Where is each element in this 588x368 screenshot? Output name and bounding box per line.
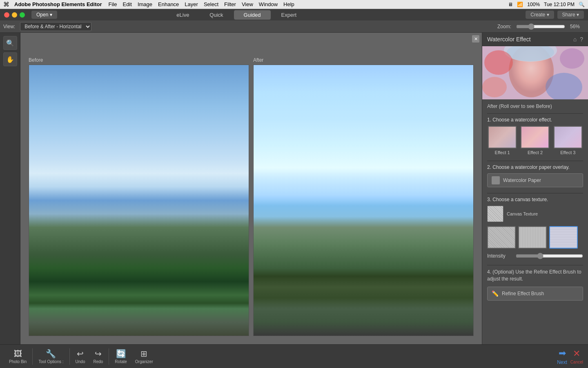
intensity-slider[interactable]: [516, 253, 583, 259]
redo-label: Redo: [93, 359, 103, 364]
zoom-slider[interactable]: [516, 23, 565, 30]
panel-help-button[interactable]: ?: [580, 36, 583, 43]
step2-label: 2. Choose a watercolor paper overlay.: [487, 164, 583, 170]
mode-tabs: eLive Quick Guided Expert: [167, 10, 306, 20]
share-button[interactable]: Share ▾: [557, 11, 584, 19]
step4-label: 4. (Optional) Use the Refine Effect Brus…: [487, 269, 583, 283]
tab-expert[interactable]: Expert: [272, 10, 307, 20]
effect-1-image: [488, 126, 517, 148]
close-canvas-button[interactable]: ✕: [472, 35, 479, 43]
minimize-window-button[interactable]: [12, 12, 17, 18]
clock: Tue 12:10 PM: [544, 2, 575, 7]
bottom-bar: 🖼 Photo Bin 🔧 Tool Options : ↩ Undo ↪ Re…: [0, 344, 588, 368]
tab-elive[interactable]: eLive: [167, 10, 199, 20]
texture-2-thumb[interactable]: [518, 226, 547, 249]
menu-image[interactable]: Image: [138, 1, 152, 7]
before-image-content: [29, 65, 249, 336]
cancel-button[interactable]: ✕ Cancel: [570, 348, 583, 364]
effect-thumbnails: Effect 1 Effect 2 Effect 3: [487, 126, 583, 155]
tool-options-label: Tool Options :: [38, 359, 63, 364]
effect-2-preview: [521, 127, 548, 148]
before-image: [29, 65, 249, 336]
create-button[interactable]: Create ▾: [526, 11, 554, 19]
effect-1-label: Effect 1: [495, 150, 510, 155]
canvas-texture-thumbs: [487, 226, 583, 249]
paper-icon: [492, 176, 500, 184]
cancel-label: Cancel: [570, 360, 583, 364]
view-select[interactable]: Before & After - Horizontal Before Only …: [20, 22, 91, 31]
tab-guided[interactable]: Guided: [234, 10, 271, 20]
menubar: ⌘ Adobe Photoshop Elements Editor File E…: [0, 0, 588, 9]
refine-effect-brush-button[interactable]: ✏️ Refine Effect Brush: [487, 287, 583, 301]
paper-overlay-section: Watercolor Paper: [487, 173, 583, 187]
before-after-container: Before After: [20, 33, 482, 344]
before-label: Before: [29, 57, 249, 63]
brush-icon: ✏️: [492, 290, 499, 297]
after-image: [253, 65, 474, 336]
effect-1-thumb[interactable]: Effect 1: [487, 126, 517, 155]
step1-label: 1. Choose a watercolor effect.: [487, 117, 583, 123]
menu-select[interactable]: Select: [204, 1, 218, 7]
search-icon[interactable]: 🔍: [579, 2, 585, 7]
separator-3: [109, 348, 109, 365]
next-label: Next: [557, 359, 567, 365]
texture-3-thumb[interactable]: [549, 226, 578, 249]
organizer-icon: ⊞: [140, 349, 147, 359]
rotate-tool[interactable]: 🔄 Rotate: [111, 347, 131, 366]
effect-1-preview: [489, 127, 516, 148]
redo-icon: ↪: [95, 349, 102, 359]
svg-point-4: [484, 50, 513, 75]
organizer-tool[interactable]: ⊞ Organizer: [131, 347, 157, 366]
undo-label: Undo: [76, 359, 85, 364]
next-button[interactable]: ➡ Next: [557, 348, 567, 365]
canvas-preview-image: [488, 206, 503, 222]
preview-svg: [482, 46, 588, 99]
wifi-icon: 📶: [517, 2, 523, 7]
separator-1: [32, 348, 33, 365]
open-button[interactable]: Open ▾: [31, 11, 57, 19]
redo-tool[interactable]: ↪ Redo: [89, 347, 107, 366]
photo-bin-tool[interactable]: 🖼 Photo Bin: [5, 348, 31, 366]
tool-options-tool[interactable]: 🔧 Tool Options :: [34, 347, 67, 366]
after-label: After: [253, 57, 474, 63]
paper-overlay-button[interactable]: Watercolor Paper: [487, 173, 583, 187]
panel-content: After (Roll over to see Before) 1. Choos…: [482, 99, 588, 344]
menu-enhance[interactable]: Enhance: [158, 1, 179, 7]
cancel-x-icon: ✕: [573, 348, 580, 359]
zoom-value: 56%: [570, 24, 585, 29]
panel-title: Watercolor Effect: [487, 36, 531, 43]
undo-tool[interactable]: ↩ Undo: [71, 347, 89, 366]
main-area: 🔍 ✋ ✕ Before After Watercolor: [0, 33, 588, 344]
effect-preview-image: [482, 46, 588, 99]
effect-2-label: Effect 2: [528, 150, 543, 155]
before-panel: Before: [29, 57, 249, 336]
menu-window[interactable]: Window: [259, 1, 278, 7]
panel-home-button[interactable]: ⌂: [573, 36, 577, 43]
canvas-texture-preview: [487, 206, 503, 222]
screen-icon: 🖥: [508, 2, 513, 7]
close-window-button[interactable]: [4, 12, 9, 18]
apple-menu[interactable]: ⌘: [3, 1, 9, 8]
canvas-preview-row: Canvas Texture: [487, 206, 583, 222]
maximize-window-button[interactable]: [20, 12, 25, 18]
effect-3-preview: [555, 127, 581, 148]
menu-file[interactable]: File: [109, 1, 117, 7]
effect-3-thumb[interactable]: Effect 3: [553, 126, 583, 155]
menu-filter[interactable]: Filter: [224, 1, 236, 7]
svg-point-7: [482, 77, 507, 97]
effect-2-thumb[interactable]: Effect 2: [520, 126, 550, 155]
menu-view[interactable]: View: [242, 1, 253, 7]
menu-help[interactable]: Help: [283, 1, 294, 7]
menu-layer[interactable]: Layer: [185, 1, 198, 7]
after-image-content: [254, 65, 473, 336]
rotate-label: Rotate: [115, 359, 127, 364]
after-panel: After: [253, 57, 474, 336]
undo-icon: ↩: [77, 349, 84, 359]
menu-edit[interactable]: Edit: [122, 1, 131, 7]
texture-1-thumb[interactable]: [487, 226, 516, 249]
tab-quick[interactable]: Quick: [200, 10, 233, 20]
search-tool-button[interactable]: 🔍: [3, 36, 17, 50]
step3-label: 3. Choose a canvas texture.: [487, 197, 583, 202]
hand-tool-button[interactable]: ✋: [3, 52, 17, 66]
view-label: View:: [3, 24, 15, 29]
